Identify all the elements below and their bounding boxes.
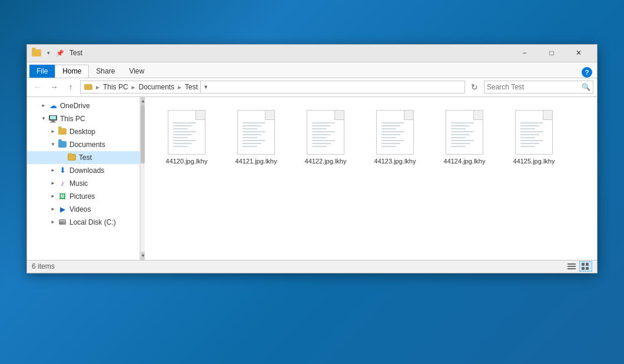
expand-onedrive[interactable]: ► xyxy=(39,101,48,111)
svg-rect-8 xyxy=(567,266,576,267)
pin-icon[interactable]: 📌 xyxy=(55,48,65,58)
file-item-0[interactable]: 44120.jpg.lkhy xyxy=(154,106,219,169)
svg-rect-13 xyxy=(586,267,589,270)
sidebar-label-onedrive: OneDrive xyxy=(60,102,90,110)
expand-test xyxy=(58,153,67,162)
sidebar-item-desktop[interactable]: ► Desktop xyxy=(27,125,140,138)
svg-rect-9 xyxy=(567,268,576,269)
expand-local-disk[interactable]: ► xyxy=(48,218,58,227)
sidebar-item-documents[interactable]: ▼ Documents xyxy=(27,138,140,151)
address-bar: ← → ↑ ► This PC ► Documents ► Test ▼ ↻ 🔍 xyxy=(27,78,597,97)
help-button[interactable]: ? xyxy=(582,67,592,78)
tab-home[interactable]: Home xyxy=(55,65,89,78)
file-name-0: 44120.jpg.lkhy xyxy=(166,157,208,165)
file-name-5: 44125.jpg.lkhy xyxy=(513,157,555,165)
file-icon-1 xyxy=(237,110,275,155)
status-bar: 6 items xyxy=(27,260,597,273)
path-icon xyxy=(84,84,92,90)
sidebar-label-music: Music xyxy=(69,179,88,188)
address-dropdown[interactable]: ▼ xyxy=(200,81,211,93)
file-explorer-window: ▾ 📌 Test − □ ✕ File Home Share View ? ← … xyxy=(26,44,598,273)
expand-downloads[interactable]: ► xyxy=(48,166,58,175)
sidebar-item-videos[interactable]: ► ▶ Videos xyxy=(27,203,140,216)
main-content: ► ☁ OneDrive ▼ xyxy=(27,97,597,260)
file-icon-3 xyxy=(376,110,414,155)
videos-icon: ▶ xyxy=(58,205,67,214)
path-test[interactable]: Test xyxy=(185,83,198,91)
sidebar-label-downloads: Downloads xyxy=(69,166,104,175)
item-count: 6 items xyxy=(32,262,55,271)
address-path[interactable]: ► This PC ► Documents ► Test ▼ xyxy=(80,81,465,93)
title-bar-icons: ▾ 📌 xyxy=(32,48,65,58)
window-controls: − □ ✕ xyxy=(511,44,592,62)
up-button[interactable]: ↑ xyxy=(64,80,78,94)
svg-rect-7 xyxy=(567,263,576,265)
path-this-pc[interactable]: This PC xyxy=(103,83,128,91)
expand-this-pc[interactable]: ▼ xyxy=(39,114,48,123)
expand-music[interactable]: ► xyxy=(48,179,58,188)
scroll-thumb[interactable] xyxy=(141,105,145,164)
ribbon-tabs: File Home Share View ? xyxy=(27,62,597,78)
file-icon-2 xyxy=(307,110,344,155)
path-chevron-3: ► xyxy=(177,84,182,91)
file-item-3[interactable]: 44123.jpg.lkhy xyxy=(363,106,427,169)
file-item-5[interactable]: 44125.jpg.lkhy xyxy=(502,106,566,169)
file-item-4[interactable]: 44124.jpg.lkhy xyxy=(432,106,497,169)
sidebar-label-local-disk: Local Disk (C:) xyxy=(69,218,116,226)
svg-rect-12 xyxy=(582,267,585,270)
sidebar-item-local-disk[interactable]: ► Local Disk (C:) xyxy=(27,216,140,229)
file-item-2[interactable]: 44122.jpg.lkhy xyxy=(293,106,358,169)
quick-access-arrow: ▾ xyxy=(44,48,53,58)
path-documents[interactable]: Documents xyxy=(139,83,175,91)
search-input[interactable] xyxy=(487,83,580,91)
ribbon-help: ? xyxy=(582,67,595,78)
tab-file[interactable]: File xyxy=(29,65,55,78)
downloads-icon: ⬇ xyxy=(58,166,67,175)
file-name-4: 44124.jpg.lkhy xyxy=(444,157,486,165)
sidebar-item-onedrive[interactable]: ► ☁ OneDrive xyxy=(27,99,140,112)
tab-view[interactable]: View xyxy=(122,65,151,78)
sidebar-item-music[interactable]: ► ♪ Music xyxy=(27,177,140,190)
test-folder-icon xyxy=(67,153,77,162)
sidebar-item-downloads[interactable]: ► ⬇ Downloads xyxy=(27,164,140,177)
large-icons-view-button[interactable] xyxy=(579,261,592,272)
sidebar-item-this-pc[interactable]: ▼ This PC xyxy=(27,112,140,125)
search-icon[interactable]: 🔍 xyxy=(582,83,590,91)
path-chevron-2: ► xyxy=(131,84,137,91)
svg-rect-2 xyxy=(51,121,55,122)
this-pc-icon xyxy=(48,114,58,123)
search-box[interactable]: 🔍 xyxy=(484,81,593,93)
file-icon-4 xyxy=(446,110,483,155)
title-folder-icon xyxy=(32,48,41,58)
music-icon: ♪ xyxy=(58,179,67,188)
file-item-1[interactable]: 44121.jpg.lkhy xyxy=(224,106,288,169)
sidebar-scrollbar[interactable]: ▲ ▼ xyxy=(140,97,145,260)
pictures-icon: 🖼 xyxy=(58,192,67,201)
title-bar: ▾ 📌 Test − □ ✕ xyxy=(27,45,597,62)
back-button: ← xyxy=(31,80,45,94)
file-icon-5 xyxy=(515,110,553,155)
expand-desktop[interactable]: ► xyxy=(48,127,58,136)
sidebar-label-test: Test xyxy=(79,153,92,162)
svg-rect-3 xyxy=(50,122,56,123)
maximize-button[interactable]: □ xyxy=(538,44,565,62)
refresh-button[interactable]: ↻ xyxy=(467,80,482,94)
expand-documents[interactable]: ▼ xyxy=(48,140,58,149)
expand-pictures[interactable]: ► xyxy=(48,192,58,201)
forward-button[interactable]: → xyxy=(47,80,61,94)
sidebar-container: ► ☁ OneDrive ▼ xyxy=(27,97,145,260)
expand-videos[interactable]: ► xyxy=(48,205,58,214)
tab-share[interactable]: Share xyxy=(89,65,122,78)
scroll-track xyxy=(141,105,145,252)
details-view-button[interactable] xyxy=(565,261,578,272)
svg-point-6 xyxy=(64,222,65,224)
onedrive-icon: ☁ xyxy=(48,101,58,111)
view-buttons xyxy=(565,261,592,272)
sidebar-item-test[interactable]: Test xyxy=(27,151,140,164)
sidebar-label-pictures: Pictures xyxy=(69,192,95,201)
sidebar-item-pictures[interactable]: ► 🖼 Pictures xyxy=(27,190,140,203)
close-button[interactable]: ✕ xyxy=(565,44,592,62)
minimize-button[interactable]: − xyxy=(511,44,538,62)
sidebar-label-documents: Documents xyxy=(69,141,105,149)
documents-folder-icon xyxy=(58,140,67,149)
